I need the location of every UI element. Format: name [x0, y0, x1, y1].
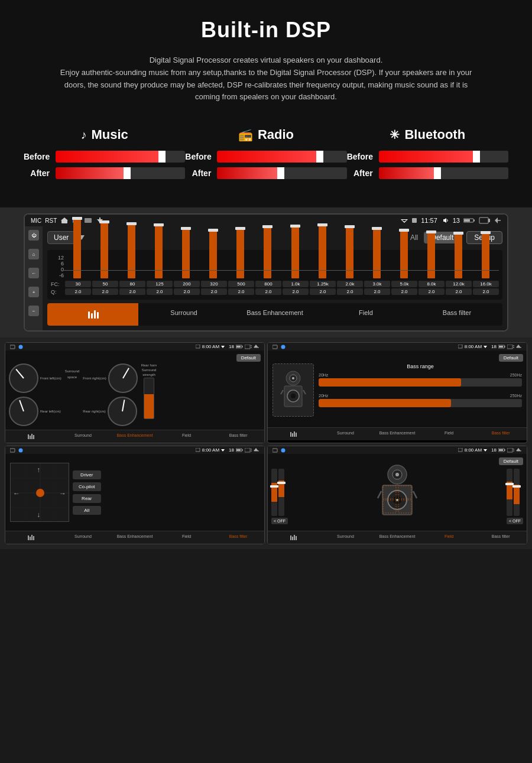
power-icon[interactable]: ⏻ [28, 230, 39, 241]
fader-12.0k[interactable] [446, 255, 472, 278]
q-val-1.25k: 2.0 [310, 288, 336, 295]
volume-icon [441, 217, 449, 223]
all-btn[interactable]: All [73, 506, 101, 515]
fc-val-50: 50 [92, 281, 118, 287]
driver-btn[interactable]: Driver [73, 470, 101, 479]
bluetooth-after-bar [379, 167, 508, 179]
svg-marker-73 [254, 448, 258, 451]
svg-rect-28 [242, 346, 243, 348]
svg-rect-41 [458, 345, 462, 348]
svg-rect-4 [85, 218, 92, 223]
bass-slider-1: 20Hz 250Hz [319, 373, 522, 387]
all-label: All [410, 233, 418, 242]
radio-before-bar [217, 151, 346, 163]
ss1-tab-eq[interactable] [5, 430, 57, 443]
dsp-status-bar: MIC RST 11:57 13 [25, 215, 507, 226]
ss4-status-bar: 8:00 AM 18 [268, 446, 527, 454]
gauge-rear-right [108, 397, 137, 426]
fader-800[interactable] [255, 255, 281, 278]
svg-rect-85 [273, 449, 277, 452]
svg-rect-20 [91, 313, 93, 319]
ss4-tab-bass-filter[interactable]: Bass filter [475, 531, 527, 544]
fader-50[interactable] [91, 255, 117, 278]
fader-320[interactable] [200, 255, 226, 278]
svg-point-64 [19, 448, 23, 452]
eq-tab-bass-filter[interactable]: Bass filter [411, 303, 502, 326]
ss3-tab-bass-filter[interactable]: Bass filter [212, 531, 264, 544]
ss1-tab-surround[interactable]: Surround [57, 430, 109, 443]
svg-rect-30 [245, 345, 250, 349]
rear-btn[interactable]: Rear [73, 494, 101, 503]
comparison-music: ♪ Music Before After [24, 127, 185, 184]
svg-rect-38 [33, 435, 34, 439]
fader-200[interactable] [173, 255, 199, 278]
ss3-tab-eq[interactable] [5, 531, 57, 544]
home-icon [60, 217, 69, 223]
ss2-content: Default Bass [268, 350, 527, 427]
back-icon[interactable] [494, 217, 501, 224]
ss1-tab-bass-filter[interactable]: Bass filter [212, 430, 264, 443]
faders-horizontal [64, 255, 499, 278]
side-panel: ⏻ ⌂ ← + − User All Default Set up [25, 226, 507, 330]
fader-500[interactable] [228, 255, 254, 278]
comparison-grid: ♪ Music Before After 📻 Radio [24, 121, 508, 196]
fader-30[interactable] [64, 255, 90, 278]
svg-rect-82 [30, 537, 31, 540]
fader-5.0k[interactable] [391, 255, 417, 278]
ss1-default-btn[interactable]: Default [236, 354, 261, 362]
fc-val-2.0k: 2.0k [337, 281, 363, 287]
fader-2.0k[interactable] [336, 255, 362, 278]
eq-tab-surround[interactable]: Surround [138, 303, 229, 326]
home-sidebar-icon[interactable]: ⌂ [28, 249, 39, 259]
fader-16.0k[interactable] [473, 255, 499, 278]
field-position-grid: ↑ ↓ ← → [10, 463, 69, 522]
off-btn-2[interactable]: < OFF [507, 518, 523, 524]
left-sidebar: ⏻ ⌂ ← + − [25, 226, 43, 330]
ss3-tab-bass-enhancement[interactable]: Bass Enhancement [109, 531, 161, 544]
svg-rect-69 [236, 449, 241, 451]
ss2-tab-field[interactable]: Field [423, 428, 475, 440]
fader-8.0k[interactable] [419, 255, 445, 278]
svg-rect-91 [499, 449, 503, 451]
arrow-left-icon: ← [13, 489, 20, 498]
ss2-tab-bass-filter[interactable]: Bass filter [475, 428, 527, 440]
ss2-tab-surround[interactable]: Surround [320, 428, 372, 440]
zero-line [64, 270, 499, 271]
fader-3.0k[interactable] [364, 255, 390, 278]
ss4-tabs: Surround Bass Enhancement Field Bass fil… [268, 531, 527, 544]
field-buttons: Driver Co-pilot Rear All [73, 470, 101, 515]
eq-tab-bass-enhancement[interactable]: Bass Enhancement [229, 303, 320, 326]
ss2-default-btn[interactable]: Default [499, 354, 523, 362]
vol-up-icon[interactable]: + [28, 287, 39, 297]
q-row: Q: 2.02.02.02.02.02.02.02.02.02.02.02.02… [51, 288, 499, 295]
ss1-tab-bass-enhancement[interactable]: Bass Enhancement [109, 430, 161, 443]
ss2-tab-bass-enhancement[interactable]: Bass Enhancement [371, 428, 423, 440]
svg-rect-35 [28, 434, 29, 439]
ss4-tab-bass-enhancement[interactable]: Bass Enhancement [371, 531, 423, 544]
radio-before-row: Before [185, 151, 346, 163]
ss1-tab-field[interactable]: Field [161, 430, 213, 443]
fader-80[interactable] [118, 255, 144, 278]
off-btn-1[interactable]: < OFF [271, 518, 288, 524]
back-sidebar-icon[interactable]: ← [28, 268, 39, 278]
comparison-radio: 📻 Radio Before After [185, 127, 346, 184]
ss3-tab-field[interactable]: Field [161, 531, 213, 544]
eq-tab-eq[interactable] [47, 303, 138, 326]
ss3-tab-surround[interactable]: Surround [57, 531, 109, 544]
q-val-125: 2.0 [147, 288, 173, 295]
eq-tab-field[interactable]: Field [320, 303, 411, 326]
fader-125[interactable] [145, 255, 171, 278]
ss4-tab-field[interactable]: Field [423, 531, 475, 544]
ss4-tab-surround[interactable]: Surround [320, 531, 372, 544]
svg-line-58 [303, 390, 306, 394]
ss4-tab-eq[interactable] [268, 531, 320, 544]
q-val-500: 2.0 [228, 288, 254, 295]
vol-down-icon[interactable]: − [28, 306, 39, 316]
fader-1.0k[interactable] [282, 255, 308, 278]
copilot-btn[interactable]: Co-pilot [73, 482, 101, 491]
fader-1.25k[interactable] [309, 255, 335, 278]
ss2-tab-eq[interactable] [268, 428, 320, 440]
mic-label: MIC [31, 217, 41, 224]
preset-label[interactable]: User [47, 231, 75, 244]
ss4-default-btn[interactable]: Default [499, 457, 523, 465]
